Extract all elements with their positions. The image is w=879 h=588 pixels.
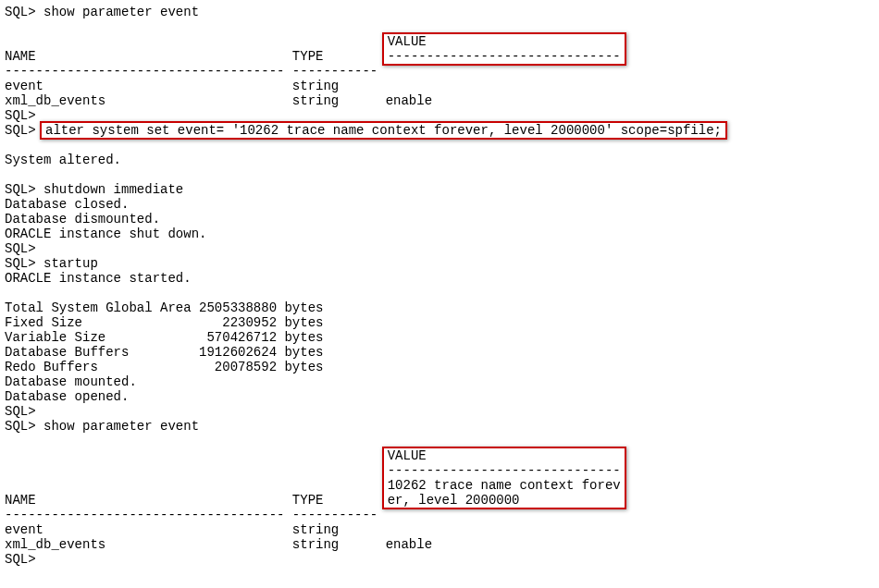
value-header-highlight-1: VALUE ------------------------------ [382,32,626,66]
prompt: SQL> show parameter event [5,5,199,19]
alter-command-highlight: alter system set event= '10262 trace nam… [40,121,727,140]
value-header-highlight-2: VALUE ------------------------------ 102… [382,447,626,509]
terminal-output: SQL> show parameter event NAME TYPE VALU… [5,5,724,567]
